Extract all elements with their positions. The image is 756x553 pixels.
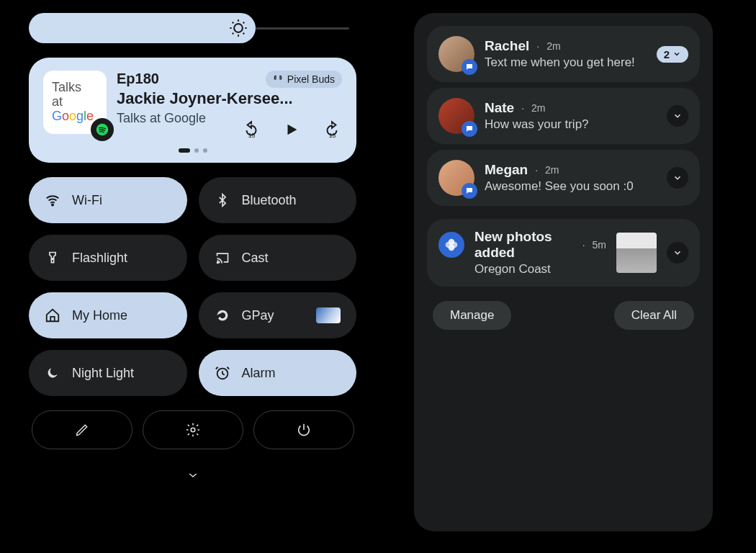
sender-avatar [438,36,474,72]
notif-body: Oregon Coast [474,262,606,276]
tile-label: Alarm [242,366,276,381]
forward-15-button[interactable]: 15 [322,120,342,140]
gpay-icon [215,307,230,323]
tile-label: Flashlight [72,251,127,266]
home-icon [45,307,60,323]
notif-body: Text me when you get here! [485,55,647,70]
art-text-line2: at [52,95,63,109]
qs-tile-night-light[interactable]: Night Light [29,350,187,396]
bluetooth-icon [215,192,230,208]
moon-icon [45,365,60,381]
notification-message[interactable]: Rachel · 2m Text me when you get here! 2 [427,26,700,82]
play-button[interactable] [282,120,302,140]
notif-age: 5m [593,239,606,251]
tile-label: Wi-Fi [72,193,102,208]
wifi-icon [45,192,60,208]
gpay-card-thumbnail [316,307,341,323]
sender-name: Rachel [485,38,529,54]
notification-photos[interactable]: New photos added · 5m Oregon Coast [427,219,700,287]
sender-avatar [438,160,474,196]
tile-label: My Home [72,308,127,323]
tile-label: GPay [242,308,274,323]
brightness-track-remainder [256,27,349,30]
expand-chevron[interactable] [29,469,356,481]
svg-text:15: 15 [329,132,336,139]
svg-point-8 [191,428,195,432]
expand-notif-button[interactable] [667,242,688,264]
rewind-15-button[interactable]: 15 [241,120,261,140]
qs-tile-gpay[interactable]: GPay [199,292,357,338]
power-icon [296,422,312,438]
messages-app-icon [462,59,477,75]
notif-age: 2m [546,40,560,52]
art-text-line3: Google [52,109,94,124]
expand-notif-button[interactable] [667,167,688,189]
notif-title: New photos added [474,229,575,261]
photos-app-icon [438,232,464,258]
flashlight-icon [45,250,60,266]
manage-notifications-button[interactable]: Manage [433,301,511,330]
svg-point-4 [52,204,53,205]
qs-tile-wi-fi[interactable]: Wi-Fi [29,177,187,223]
power-button[interactable] [253,410,354,449]
notif-body: Awesome! See you soon :0 [485,179,657,194]
messages-app-icon [462,121,477,137]
pencil-icon [75,423,89,437]
svg-point-0 [234,24,243,32]
notif-count-chip[interactable]: 2 [657,46,688,63]
output-device-chip[interactable]: Pixel Buds [266,71,342,88]
qs-tile-my-home[interactable]: My Home [29,292,187,338]
media-track-title: Jackie Joyner-Kersee... [117,89,342,108]
qs-tile-alarm[interactable]: Alarm [199,350,357,396]
notification-message[interactable]: Megan · 2m Awesome! See you soon :0 [427,150,700,206]
edit-tiles-button[interactable] [32,410,132,449]
svg-point-6 [217,262,218,264]
notif-age: 2m [545,164,559,176]
notif-age: 2m [531,102,545,114]
tile-label: Cast [242,251,269,266]
qs-tile-flashlight[interactable]: Flashlight [29,235,187,281]
alarm-icon [215,365,230,381]
media-album-art: Talks at Google [43,71,107,134]
device-chip-label: Pixel Buds [287,73,335,85]
media-pagination-dots[interactable] [43,148,342,153]
qs-tile-cast[interactable]: Cast [199,235,357,281]
art-text-line1: Talks [52,81,81,95]
messages-app-icon [462,183,477,199]
notification-message[interactable]: Nate · 2m How was your trip? [427,88,700,144]
spotify-icon [91,118,114,141]
earbuds-icon [273,74,283,84]
tile-label: Night Light [72,366,134,381]
settings-button[interactable] [143,410,243,449]
sender-avatar [438,98,474,134]
svg-text:15: 15 [248,132,256,139]
tile-label: Bluetooth [242,193,297,208]
qs-tile-bluetooth[interactable]: Bluetooth [199,177,357,223]
cast-icon [215,250,230,266]
sender-name: Nate [485,100,514,116]
expand-notif-button[interactable] [667,105,688,127]
sender-name: Megan [485,162,528,178]
clear-all-button[interactable]: Clear All [614,301,694,330]
brightness-slider[interactable] [29,13,356,43]
media-player-card[interactable]: Talks at Google Ep180 Pixel Buds [29,58,356,163]
brightness-icon [228,18,248,38]
media-episode: Ep180 [117,71,159,87]
notification-shade: Rachel · 2m Text me when you get here! 2… [414,13,713,531]
gear-icon [185,422,201,438]
svg-point-5 [52,258,53,260]
photo-thumbnail [616,233,657,273]
notif-body: How was your trip? [485,117,657,132]
